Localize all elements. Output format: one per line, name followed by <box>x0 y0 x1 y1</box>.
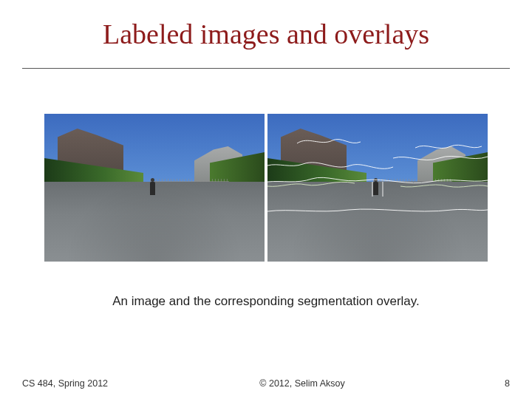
slide: { "title": "Labeled images and overlays"… <box>0 0 532 399</box>
caption: An image and the corresponding segmentat… <box>0 294 532 309</box>
image-pair <box>44 114 488 262</box>
footer-copyright: © 2012, Selim Aksoy <box>259 378 345 389</box>
footer: CS 484, Spring 2012 © 2012, Selim Aksoy … <box>22 378 510 389</box>
slide-title: Labeled images and overlays <box>0 18 532 50</box>
footer-page-number: 8 <box>497 378 510 389</box>
footer-course: CS 484, Spring 2012 <box>22 378 108 389</box>
overlay-image <box>267 114 488 262</box>
divider <box>22 68 510 69</box>
original-image <box>44 114 265 262</box>
